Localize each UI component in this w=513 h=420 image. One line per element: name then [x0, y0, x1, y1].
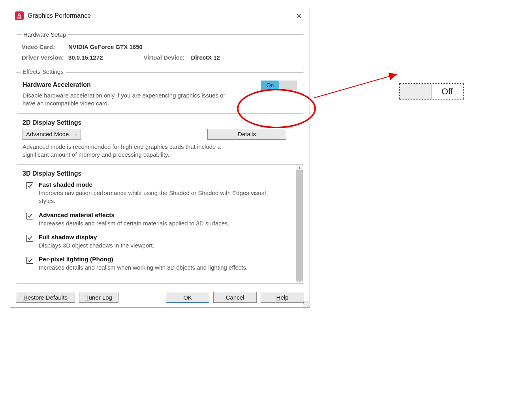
check-text: Advanced material effects Increases deta…: [39, 212, 229, 227]
hardware-acceleration-desc: Disable hardware acceleration only if yo…: [23, 92, 228, 108]
3d-display-title: 3D Display Settings: [23, 170, 296, 177]
help-button[interactable]: Help: [261, 292, 304, 303]
hardware-acceleration-section: Hardware Acceleration On Disable hardwar…: [17, 73, 303, 114]
hardware-setup-legend: Hardware Setup: [22, 31, 68, 38]
checkbox[interactable]: [26, 182, 33, 189]
checkbox[interactable]: [26, 213, 33, 219]
check-icon: [28, 214, 32, 218]
scrollbar[interactable]: ▴ ▾: [296, 165, 303, 283]
option-desc: Improves navigation performance while us…: [39, 189, 276, 205]
3d-option-row: Fast shaded mode Improves navigation per…: [26, 181, 296, 205]
option-desc: Increases details and realism when worki…: [39, 264, 248, 272]
dialog-title: Graphics Performance: [28, 12, 293, 19]
check-icon: [28, 258, 32, 263]
check-text: Fast shaded mode Improves navigation per…: [39, 181, 276, 205]
option-desc: Increases details and realism of certain…: [39, 219, 229, 227]
svg-line-2: [314, 74, 397, 98]
tuner-log-button[interactable]: Tuner Log: [79, 292, 118, 303]
check-text: Full shadow display Displays 3D object s…: [39, 234, 154, 249]
details-button[interactable]: Details: [207, 129, 286, 140]
check-icon: [28, 236, 32, 240]
check-text: Per-pixel lighting (Phong) Increases det…: [39, 256, 248, 272]
resize-grip[interactable]: [303, 301, 309, 307]
option-title: Full shadow display: [39, 234, 154, 241]
close-button[interactable]: [293, 10, 305, 22]
3d-option-row: Full shadow display Displays 3D object s…: [26, 234, 296, 249]
titlebar: ACAD Graphics Performance: [10, 8, 310, 23]
off-toggle-empty: [400, 84, 432, 99]
hardware-setup-group: Hardware Setup Video Card: NVIDIA GeForc…: [16, 31, 304, 68]
driver-version-label: Driver Version:: [22, 54, 65, 61]
virtual-device-value: DirectX 12: [191, 54, 220, 61]
2d-display-section: 2D Display Settings Advanced Mode ⌄ Deta…: [17, 114, 303, 165]
scroll-up-icon: ▴: [296, 165, 303, 170]
hardware-acceleration-title: Hardware Acceleration: [23, 81, 91, 88]
video-card-value: NVIDIA GeForce GTX 1650: [68, 43, 143, 50]
ok-button[interactable]: OK: [166, 292, 209, 303]
2d-display-desc: Advanced mode is recommended for high en…: [23, 143, 228, 159]
off-toggle-label: Off: [432, 84, 463, 99]
dialog-button-bar: Restore Defaults Tuner Log OK Cancel Hel…: [10, 288, 310, 308]
scroll-thumb[interactable]: [296, 170, 303, 281]
annotation-off-toggle: Off: [399, 83, 464, 100]
hardware-acceleration-toggle[interactable]: On: [261, 81, 297, 90]
video-card-label: Video Card:: [22, 43, 65, 50]
option-title: Per-pixel lighting (Phong): [39, 256, 248, 263]
effects-settings-group: Effects Settings Hardware Acceleration O…: [16, 72, 304, 284]
annotation-arrow: [312, 70, 403, 102]
close-icon: [296, 13, 302, 19]
3d-option-row: Per-pixel lighting (Phong) Increases det…: [26, 256, 296, 272]
option-title: Advanced material effects: [39, 212, 229, 219]
checkbox[interactable]: [26, 257, 33, 264]
2d-mode-value: Advanced Mode: [26, 131, 69, 137]
option-desc: Displays 3D object shadows in the viewpo…: [39, 242, 154, 249]
check-icon: [28, 184, 32, 188]
3d-display-section: 3D Display Settings Fast shaded mode Imp…: [17, 165, 303, 283]
driver-version-value: 30.0.15.1272: [68, 54, 103, 61]
toggle-on-label: On: [261, 81, 279, 90]
restore-defaults-button[interactable]: Restore Defaults: [16, 292, 75, 303]
graphics-performance-dialog: ACAD Graphics Performance Hardware Setup…: [10, 8, 310, 308]
option-title: Fast shaded mode: [39, 181, 276, 188]
autocad-app-icon: ACAD: [15, 11, 24, 20]
virtual-device-label: Virtual Device:: [144, 54, 185, 61]
chevron-down-icon: ⌄: [75, 131, 78, 137]
checkbox[interactable]: [26, 235, 33, 242]
2d-display-title: 2D Display Settings: [23, 119, 297, 126]
3d-option-row: Advanced material effects Increases deta…: [26, 212, 296, 227]
cancel-button[interactable]: Cancel: [213, 292, 257, 303]
2d-mode-dropdown[interactable]: Advanced Mode ⌄: [23, 129, 81, 140]
effects-settings-legend: Effects Settings: [20, 68, 66, 75]
